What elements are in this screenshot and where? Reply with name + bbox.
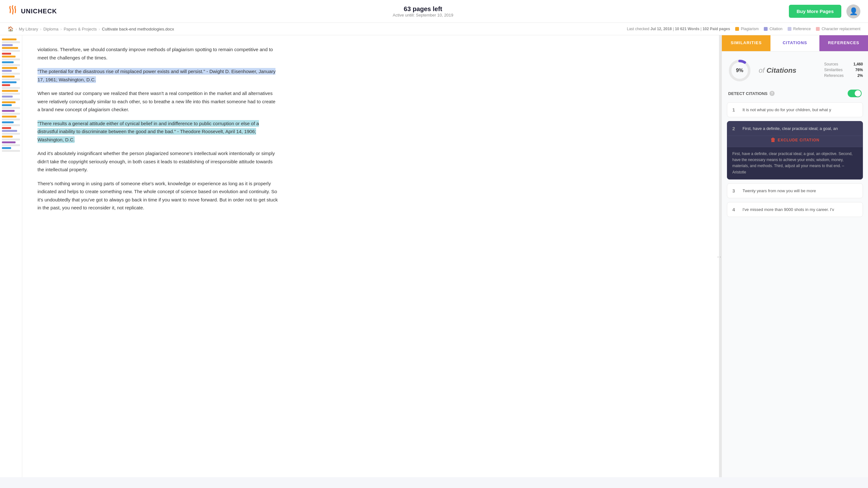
citation-1-num: 1 xyxy=(732,107,739,113)
citation-dot xyxy=(764,27,768,31)
sidebar-line xyxy=(2,44,13,46)
citation-item-2[interactable]: 2 First, have a definite, clear practica… xyxy=(727,121,863,180)
detect-citations-text: DETECT CITATIONS xyxy=(728,91,768,96)
logo: UNICHECK xyxy=(8,5,57,18)
citation-2-body: First, have a definite, clear practical … xyxy=(727,147,863,179)
sep1: › xyxy=(16,27,17,31)
similarities-stat-val: 76% xyxy=(855,68,863,72)
sep4: › xyxy=(98,27,100,31)
detect-help-icon[interactable]: ? xyxy=(770,91,775,96)
home-icon[interactable]: 🏠 xyxy=(8,26,14,32)
sidebar-line xyxy=(2,130,17,132)
logo-text: UNICHECK xyxy=(21,8,57,15)
legend-plagiarism: Plagiarism xyxy=(735,27,759,31)
sources-val: 1,460 xyxy=(854,62,863,66)
exclude-label: EXCLUDE CITATION xyxy=(778,138,820,142)
sidebar-line xyxy=(2,104,12,106)
sidebar-line xyxy=(2,139,20,141)
quote-2-highlight: "There results a general attitude either… xyxy=(37,120,259,143)
sidebar-line xyxy=(2,116,17,118)
sidebar-line xyxy=(2,41,20,43)
sources-info: Sources 1,460 Similarities 76% Reference… xyxy=(824,62,863,79)
references-stat-val: 2% xyxy=(858,73,863,78)
sidebar-line xyxy=(2,107,20,109)
citation-2-preview: First, have a definite, clear practical … xyxy=(743,126,858,131)
doc-quote-2: "There results a general attitude either… xyxy=(37,119,279,144)
similarities-stat-label: Similarities xyxy=(824,68,843,72)
sources-label: Sources xyxy=(824,62,838,66)
references-stat: References 2% xyxy=(824,73,863,78)
sidebar-line xyxy=(2,93,20,95)
sidebar-line xyxy=(2,56,16,58)
document-area[interactable]: violations. Therefore, we should constan… xyxy=(22,35,719,477)
citation-2-header: 2 First, have a definite, clear practica… xyxy=(727,121,863,136)
citation-3-preview: Twenty years from now you will be more xyxy=(743,188,858,193)
breadcrumb-file: Cultivate back-end methodologies.docx xyxy=(102,27,174,31)
doc-para-3: And it's absolutely insignificant whethe… xyxy=(37,149,279,174)
doc-para-1: violations. Therefore, we should constan… xyxy=(37,45,279,62)
exclude-citation-button[interactable]: 🗑 EXCLUDE CITATION xyxy=(771,137,820,143)
breadcrumb: 🏠 › My Library › Diploma › Papers & Proj… xyxy=(8,26,174,32)
citation-3-header: 3 Twenty years from now you will be more xyxy=(727,184,863,198)
sidebar-line xyxy=(2,38,17,40)
doc-quote-1: "The potential for the disastrous rise o… xyxy=(37,67,279,84)
detect-citations-toggle[interactable] xyxy=(848,90,862,97)
sidebar-line xyxy=(2,136,13,138)
sidebar-line xyxy=(2,73,20,75)
citation-item-4[interactable]: 4 I've missed more than 9000 shots in my… xyxy=(727,202,863,217)
tab-citations[interactable]: CITATIONS xyxy=(771,35,819,51)
char-replacement-dot xyxy=(816,27,820,31)
sidebar-line xyxy=(2,144,20,146)
sources-stat: Sources 1,460 xyxy=(824,62,863,66)
of-citations-label: of Citations xyxy=(759,66,797,75)
sidebar-line xyxy=(2,110,14,112)
sidebar-line xyxy=(2,79,20,81)
sidebar-line xyxy=(2,98,20,100)
references-stat-label: References xyxy=(824,73,843,78)
panel-tabs: SIMILARITIES CITATIONS REFERENCES xyxy=(722,35,868,52)
citation-1-preview: It is not what you do for your children,… xyxy=(743,108,858,112)
right-panel: SIMILARITIES CITATIONS REFERENCES 9% of … xyxy=(722,35,868,477)
nav-center: 63 pages left Active untill: September 1… xyxy=(393,5,454,18)
legend-reference: Reference xyxy=(787,27,811,31)
avatar: 👤 xyxy=(846,4,860,19)
panel-divider: ⋮ xyxy=(719,35,722,477)
plagiarism-dot xyxy=(735,27,739,31)
document-text: violations. Therefore, we should constan… xyxy=(37,45,279,212)
tab-references[interactable]: REFERENCES xyxy=(819,35,868,51)
breadcrumb-diploma[interactable]: Diploma xyxy=(43,27,58,31)
citation-item-3[interactable]: 3 Twenty years from now you will be more xyxy=(727,183,863,198)
citation-item-1[interactable]: 1 It is not what you do for your childre… xyxy=(727,102,863,117)
breadcrumb-papers[interactable]: Papers & Projects xyxy=(64,27,97,31)
similarities-stat: Similarities 76% xyxy=(824,68,863,72)
breadcrumb-my-library[interactable]: My Library xyxy=(19,27,38,31)
detect-citations-label: DETECT CITATIONS ? xyxy=(728,91,775,96)
logo-icon xyxy=(8,5,18,18)
citation-4-preview: I've missed more than 9000 shots in my c… xyxy=(743,207,858,212)
donut-percent: 9% xyxy=(736,68,743,73)
sidebar-line xyxy=(2,47,18,49)
sidebar-line xyxy=(2,127,11,129)
donut-chart: 9% xyxy=(727,58,752,83)
citations-label: Citations xyxy=(766,66,796,74)
sidebar-line xyxy=(2,124,20,126)
citation-3-num: 3 xyxy=(732,188,739,193)
citation-1-header: 1 It is not what you do for your childre… xyxy=(727,102,863,117)
sidebar-line xyxy=(2,90,18,92)
trash-icon: 🗑 xyxy=(771,137,776,143)
citation-2-actions: 🗑 EXCLUDE CITATION xyxy=(727,136,863,147)
tab-similarities[interactable]: SIMILARITIES xyxy=(722,35,771,51)
sep2: › xyxy=(40,27,41,31)
sidebar-line xyxy=(2,75,14,78)
citation-4-num: 4 xyxy=(732,207,739,212)
sidebar-line xyxy=(2,147,11,149)
buy-more-pages-button[interactable]: Buy More Pages xyxy=(789,5,841,18)
plagiarism-label: Plagiarism xyxy=(741,27,759,31)
sidebar-line xyxy=(2,84,10,86)
sidebar-line xyxy=(2,87,20,89)
breadcrumb-bar: 🏠 › My Library › Diploma › Papers & Proj… xyxy=(0,23,868,35)
doc-para-4: There's nothing wrong in using parts of … xyxy=(37,180,279,212)
active-until: Active untill: September 10, 2019 xyxy=(393,13,454,18)
sidebar-line xyxy=(2,53,11,55)
top-nav: UNICHECK 63 pages left Active untill: Se… xyxy=(0,0,868,23)
